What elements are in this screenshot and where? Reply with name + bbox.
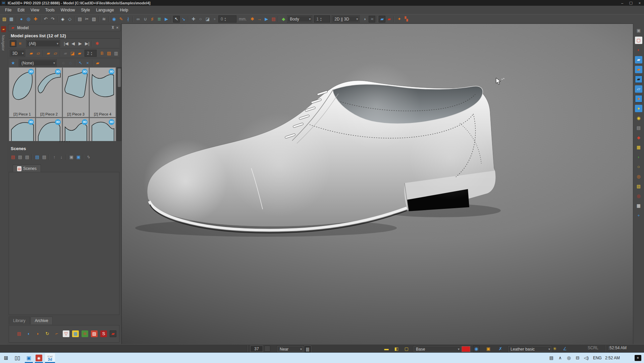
save-icon[interactable]: ▦ (8, 16, 15, 22)
ruler-icon[interactable]: ∠ (561, 346, 568, 352)
select-region-icon[interactable]: ✱ (94, 40, 101, 47)
bulb-icon[interactable]: ○ (635, 163, 642, 171)
image-red-icon[interactable]: ▨ (91, 330, 98, 337)
piece-thumbnail-6[interactable]: 3D (36, 118, 62, 141)
curves-icon[interactable]: ≋ (101, 16, 107, 22)
shoe-texture-icon[interactable]: ▰ (635, 66, 642, 73)
pin-icon[interactable]: ⊼ (112, 26, 114, 30)
offset-spinner[interactable]: 0 ▴▾ (218, 15, 236, 22)
view-mode-select[interactable]: Near (277, 346, 304, 353)
chevron-up-icon[interactable]: ∧ (557, 355, 564, 361)
link-icon[interactable]: ∞ (135, 16, 142, 22)
shoe-solid-icon[interactable]: ◗ (35, 330, 41, 337)
squares-star-icon[interactable]: ▚ (403, 16, 410, 22)
spinner-arrows-icon[interactable]: ▴▾ (225, 17, 227, 21)
piece-blue-icon[interactable]: ▰ (76, 50, 83, 57)
piece-thumbnail-5[interactable]: 3D (9, 118, 35, 141)
layer-spinner[interactable]: 1 ▴▾ (314, 15, 330, 22)
active-scene-icon[interactable]: ▣ (75, 154, 82, 161)
tab-archive[interactable]: Archive (31, 317, 53, 324)
body-select[interactable]: Body (287, 15, 312, 22)
undo-icon[interactable]: ↶ (42, 16, 49, 22)
cut-icon[interactable]: ✂ (84, 16, 90, 22)
list-view-icon[interactable]: ≡ (17, 40, 23, 47)
open-folder-icon[interactable]: ▨ (1, 16, 8, 22)
balloon-icon[interactable]: ● (635, 105, 642, 112)
pointer-star-icon[interactable]: ✱ (249, 16, 256, 22)
color-swatch[interactable] (462, 346, 470, 352)
task-view-button[interactable]: ▯▯ (13, 354, 21, 362)
navigator-icon[interactable]: ▰ (1, 26, 6, 32)
curve-point-icon[interactable]: ○ (60, 60, 67, 66)
tools-icon[interactable]: ✗ (497, 346, 504, 352)
viewport-3d[interactable] (121, 24, 634, 345)
close-button[interactable]: × (635, 0, 644, 6)
spinner-arrows-icon[interactable]: ▴▾ (91, 51, 93, 56)
panel-close-icon[interactable]: × (116, 26, 118, 30)
navigator-tab[interactable]: Navigator (1, 35, 5, 51)
piece-check-icon[interactable]: ▰ (45, 50, 52, 57)
piece-thumbnail-4[interactable]: 3D [2] Piece 4 (90, 67, 116, 117)
gradient-box-icon[interactable]: ◪ (204, 16, 211, 22)
select-arrow-icon[interactable]: ↖ (173, 16, 180, 22)
taskbar-app-red-icon[interactable]: ◉ (36, 355, 42, 361)
splitter-grip[interactable] (48, 141, 81, 143)
shoe-flat-icon[interactable]: ◗ (362, 16, 368, 22)
shoe-waves-icon[interactable]: ≈ (369, 16, 375, 22)
maximize-button[interactable]: ▢ (627, 0, 635, 6)
shoe-outline-icon[interactable]: ◖ (25, 330, 32, 337)
shoe-box-icon[interactable]: ◧ (393, 346, 400, 352)
axes-icon[interactable]: ✚ (32, 16, 39, 22)
shoe-arrow-icon[interactable]: → (256, 16, 263, 22)
shoe-blue-dotted-icon[interactable]: ▰ (379, 16, 385, 22)
menu-language[interactable]: Language (93, 7, 117, 13)
grid-view-icon[interactable]: ▦ (10, 40, 16, 47)
flag-icon[interactable]: ▶ (263, 16, 270, 22)
pin-orange-icon[interactable]: ◎ (635, 173, 642, 180)
start-button[interactable]: ⊞ (2, 354, 10, 362)
bold-piece-icon[interactable]: B (99, 50, 105, 57)
clock[interactable]: 2:52 AM (605, 356, 620, 360)
heel-icon[interactable]: ⌐ (53, 330, 60, 337)
sticky-note-icon[interactable]: ▬ (383, 346, 390, 352)
shoe-cup-icon[interactable]: ▽ (63, 330, 69, 337)
palette-icon[interactable]: ▦ (635, 144, 642, 151)
layer-select[interactable]: Base (413, 346, 461, 353)
menu-help[interactable]: Help (117, 7, 131, 13)
link-scenes-icon[interactable]: ▣ (68, 154, 75, 161)
layers-icon[interactable]: ▣ (635, 27, 642, 34)
snapshot-icon[interactable]: ◉ (635, 115, 642, 122)
brush-icon[interactable]: ✎ (118, 16, 124, 22)
menu-tools[interactable]: Tools (42, 7, 58, 13)
taskbar-app-blue-icon[interactable]: ▣ (25, 354, 33, 362)
mode-select[interactable]: 2D || 3D (332, 15, 360, 22)
lock-icon[interactable]: ▣ (485, 346, 492, 352)
piece-thumbnail-7[interactable]: 3D (63, 118, 89, 141)
small-box-icon[interactable]: ▫ (211, 16, 218, 22)
menu-edit[interactable]: Edit (14, 7, 28, 13)
new-piece-icon[interactable]: ▰ (28, 50, 35, 57)
film-red-icon[interactable]: ▰ (110, 330, 116, 337)
sphere-icon[interactable]: ◎ (25, 16, 32, 22)
network-icon[interactable]: ⊟ (574, 355, 581, 361)
move-icon[interactable]: ✚ (190, 16, 197, 22)
hook-icon[interactable]: ∪ (142, 16, 149, 22)
piece-thumbnail-3[interactable]: 3D [2] Piece 3 (63, 67, 89, 117)
pieces-stack-icon[interactable]: ▤ (106, 50, 112, 57)
s-badge-icon[interactable]: S (100, 330, 107, 337)
first-piece-icon[interactable]: |◀ (63, 40, 69, 47)
settings-gear-icon[interactable]: ✳ (551, 346, 558, 352)
dimension-select[interactable]: 3D (10, 50, 25, 57)
style-filter-select[interactable]: (None) (19, 59, 57, 66)
meet-now-icon[interactable]: ◎ (566, 355, 572, 361)
lock-view-icon[interactable]: ● (635, 95, 642, 102)
pages-icon[interactable]: ▤ (635, 124, 642, 132)
redo-icon[interactable]: ↷ (49, 16, 56, 22)
piece-thumbnail-1[interactable]: 3D [2] Piece 1 (9, 67, 35, 117)
spinner-arrows-icon[interactable]: ▴▾ (320, 17, 322, 21)
lasso-icon[interactable]: ↘ (180, 16, 187, 22)
material-select[interactable]: Leather basic (508, 346, 552, 353)
piece-thumbnail-8[interactable]: 3D (90, 118, 116, 141)
materials-icon[interactable]: ◆ (635, 134, 642, 141)
import-scene-icon[interactable]: ▤ (34, 154, 41, 161)
